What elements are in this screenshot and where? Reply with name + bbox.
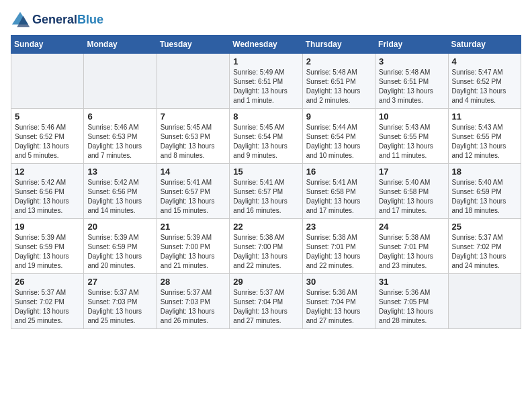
calendar-cell: 26Sunrise: 5:37 AM Sunset: 7:02 PM Dayli… [11,274,84,329]
day-number: 6 [87,111,152,122]
day-number: 22 [233,222,298,232]
calendar-cell: 29Sunrise: 5:37 AM Sunset: 7:04 PM Dayli… [230,274,302,329]
calendar-cell: 1Sunrise: 5:49 AM Sunset: 6:51 PM Daylig… [230,54,302,109]
calendar-cell [448,274,521,329]
calendar-cell: 17Sunrise: 5:40 AM Sunset: 6:58 PM Dayli… [375,164,448,219]
cell-info: Sunrise: 5:37 AM Sunset: 7:03 PM Dayligh… [87,288,152,326]
cell-info: Sunrise: 5:48 AM Sunset: 6:51 PM Dayligh… [306,68,371,105]
cell-info: Sunrise: 5:36 AM Sunset: 7:04 PM Dayligh… [306,288,371,326]
day-number: 5 [15,111,80,122]
cell-info: Sunrise: 5:45 AM Sunset: 6:54 PM Dayligh… [233,123,298,161]
cell-info: Sunrise: 5:43 AM Sunset: 6:55 PM Dayligh… [379,123,444,161]
calendar-cell: 11Sunrise: 5:43 AM Sunset: 6:55 PM Dayli… [448,109,521,164]
weekday-header-row: SundayMondayTuesdayWednesdayThursdayFrid… [11,36,521,54]
calendar-cell: 12Sunrise: 5:42 AM Sunset: 6:56 PM Dayli… [11,164,84,219]
day-number: 20 [87,222,152,232]
day-number: 31 [379,277,444,287]
cell-info: Sunrise: 5:49 AM Sunset: 6:51 PM Dayligh… [233,68,298,105]
page-header: GeneralBlue [11,11,521,30]
logo: GeneralBlue [11,11,103,30]
calendar-week-1: 1Sunrise: 5:49 AM Sunset: 6:51 PM Daylig… [11,54,521,109]
calendar-cell: 22Sunrise: 5:38 AM Sunset: 7:00 PM Dayli… [230,219,302,274]
cell-info: Sunrise: 5:36 AM Sunset: 7:05 PM Dayligh… [379,288,444,326]
calendar-cell: 19Sunrise: 5:39 AM Sunset: 6:59 PM Dayli… [11,219,84,274]
weekday-header-saturday: Saturday [448,36,521,54]
calendar-cell: 7Sunrise: 5:45 AM Sunset: 6:53 PM Daylig… [157,109,229,164]
day-number: 4 [452,56,517,66]
cell-info: Sunrise: 5:37 AM Sunset: 7:02 PM Dayligh… [15,288,80,326]
weekday-header-tuesday: Tuesday [157,36,229,54]
calendar-cell: 21Sunrise: 5:39 AM Sunset: 7:00 PM Dayli… [157,219,229,274]
day-number: 24 [379,222,444,232]
calendar-week-5: 26Sunrise: 5:37 AM Sunset: 7:02 PM Dayli… [11,274,521,329]
cell-info: Sunrise: 5:38 AM Sunset: 7:01 PM Dayligh… [306,233,371,271]
day-number: 16 [306,167,371,177]
day-number: 7 [161,111,226,122]
cell-info: Sunrise: 5:46 AM Sunset: 6:53 PM Dayligh… [87,123,152,161]
calendar-cell: 25Sunrise: 5:37 AM Sunset: 7:02 PM Dayli… [448,219,521,274]
day-number: 19 [15,222,80,232]
calendar-cell: 14Sunrise: 5:41 AM Sunset: 6:57 PM Dayli… [157,164,229,219]
day-number: 30 [306,277,371,287]
cell-info: Sunrise: 5:39 AM Sunset: 6:59 PM Dayligh… [15,233,80,271]
cell-info: Sunrise: 5:41 AM Sunset: 6:57 PM Dayligh… [233,178,298,216]
calendar-cell [84,54,157,109]
day-number: 12 [15,167,80,177]
cell-info: Sunrise: 5:41 AM Sunset: 6:57 PM Dayligh… [161,178,226,216]
weekday-header-sunday: Sunday [11,36,84,54]
day-number: 3 [379,56,444,66]
cell-info: Sunrise: 5:37 AM Sunset: 7:03 PM Dayligh… [161,288,226,326]
weekday-header-monday: Monday [84,36,157,54]
day-number: 1 [233,56,298,66]
calendar-cell [11,54,84,109]
day-number: 18 [452,167,517,177]
calendar-cell: 20Sunrise: 5:39 AM Sunset: 6:59 PM Dayli… [84,219,157,274]
calendar-cell [157,54,229,109]
day-number: 17 [379,167,444,177]
calendar-cell: 13Sunrise: 5:42 AM Sunset: 6:56 PM Dayli… [84,164,157,219]
logo-text: GeneralBlue [32,13,103,27]
cell-info: Sunrise: 5:39 AM Sunset: 7:00 PM Dayligh… [161,233,226,271]
weekday-header-wednesday: Wednesday [230,36,302,54]
calendar-cell: 18Sunrise: 5:40 AM Sunset: 6:59 PM Dayli… [448,164,521,219]
calendar-cell: 3Sunrise: 5:48 AM Sunset: 6:51 PM Daylig… [375,54,448,109]
calendar-cell: 27Sunrise: 5:37 AM Sunset: 7:03 PM Dayli… [84,274,157,329]
calendar-cell: 9Sunrise: 5:44 AM Sunset: 6:54 PM Daylig… [302,109,375,164]
cell-info: Sunrise: 5:45 AM Sunset: 6:53 PM Dayligh… [161,123,226,161]
calendar-cell: 6Sunrise: 5:46 AM Sunset: 6:53 PM Daylig… [84,109,157,164]
day-number: 25 [452,222,517,232]
cell-info: Sunrise: 5:42 AM Sunset: 6:56 PM Dayligh… [15,178,80,216]
cell-info: Sunrise: 5:39 AM Sunset: 6:59 PM Dayligh… [87,233,152,271]
cell-info: Sunrise: 5:40 AM Sunset: 6:58 PM Dayligh… [379,178,444,216]
logo-icon [11,11,30,30]
day-number: 8 [233,111,298,122]
cell-info: Sunrise: 5:41 AM Sunset: 6:58 PM Dayligh… [306,178,371,216]
calendar-table: SundayMondayTuesdayWednesdayThursdayFrid… [11,35,521,329]
day-number: 15 [233,167,298,177]
day-number: 28 [161,277,226,287]
calendar-cell: 31Sunrise: 5:36 AM Sunset: 7:05 PM Dayli… [375,274,448,329]
calendar-cell: 23Sunrise: 5:38 AM Sunset: 7:01 PM Dayli… [302,219,375,274]
day-number: 9 [306,111,371,122]
cell-info: Sunrise: 5:38 AM Sunset: 7:01 PM Dayligh… [379,233,444,271]
cell-info: Sunrise: 5:43 AM Sunset: 6:55 PM Dayligh… [452,123,517,161]
cell-info: Sunrise: 5:40 AM Sunset: 6:59 PM Dayligh… [452,178,517,216]
calendar-cell: 10Sunrise: 5:43 AM Sunset: 6:55 PM Dayli… [375,109,448,164]
cell-info: Sunrise: 5:47 AM Sunset: 6:52 PM Dayligh… [452,68,517,105]
calendar-cell: 4Sunrise: 5:47 AM Sunset: 6:52 PM Daylig… [448,54,521,109]
calendar-cell: 15Sunrise: 5:41 AM Sunset: 6:57 PM Dayli… [230,164,302,219]
calendar-cell: 8Sunrise: 5:45 AM Sunset: 6:54 PM Daylig… [230,109,302,164]
cell-info: Sunrise: 5:44 AM Sunset: 6:54 PM Dayligh… [306,123,371,161]
day-number: 10 [379,111,444,122]
cell-info: Sunrise: 5:46 AM Sunset: 6:52 PM Dayligh… [15,123,80,161]
calendar-week-3: 12Sunrise: 5:42 AM Sunset: 6:56 PM Dayli… [11,164,521,219]
calendar-week-4: 19Sunrise: 5:39 AM Sunset: 6:59 PM Dayli… [11,219,521,274]
day-number: 26 [15,277,80,287]
weekday-header-friday: Friday [375,36,448,54]
day-number: 21 [161,222,226,232]
cell-info: Sunrise: 5:37 AM Sunset: 7:04 PM Dayligh… [233,288,298,326]
cell-info: Sunrise: 5:42 AM Sunset: 6:56 PM Dayligh… [87,178,152,216]
calendar-cell: 2Sunrise: 5:48 AM Sunset: 6:51 PM Daylig… [302,54,375,109]
day-number: 13 [87,167,152,177]
calendar-cell: 28Sunrise: 5:37 AM Sunset: 7:03 PM Dayli… [157,274,229,329]
